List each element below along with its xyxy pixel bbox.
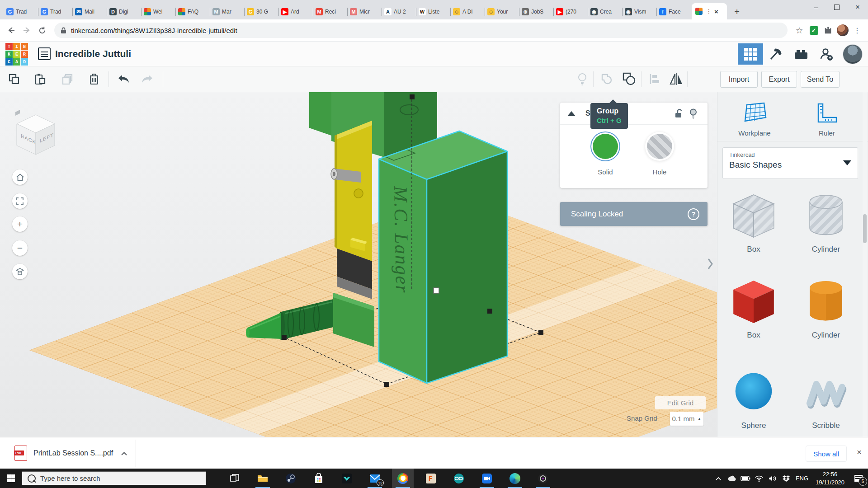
copy-button[interactable] xyxy=(5,70,23,88)
extensions-puzzle-icon[interactable] xyxy=(821,23,835,38)
url-omnibox[interactable]: tinkercad.com/things/8W1ZIl3p38J-incredi… xyxy=(54,23,788,38)
window-maximize-button[interactable] xyxy=(826,0,847,14)
tinkercad-logo[interactable]: TIN KER CAD xyxy=(5,43,28,66)
browser-tab[interactable]: MReci xyxy=(313,4,347,19)
language-indicator[interactable]: ENG xyxy=(793,475,811,482)
browser-tab[interactable]: ◉Vism xyxy=(622,4,656,19)
minecraft-export-button[interactable] xyxy=(763,43,788,65)
download-bar-close-icon[interactable]: × xyxy=(857,447,862,457)
show-all-button[interactable] xyxy=(573,70,591,88)
mirror-button[interactable] xyxy=(667,70,685,88)
downloaded-file-chip[interactable]: PrintLab Session S....pdf xyxy=(10,443,132,463)
browser-tab[interactable]: fFace xyxy=(656,4,691,19)
sidebar-scrollbar[interactable] xyxy=(863,92,867,437)
workplane-tool[interactable]: Workplane xyxy=(727,102,782,137)
ruler-tool[interactable]: Ruler xyxy=(800,102,854,137)
shape-hole-cylinder[interactable]: Cylinder xyxy=(794,191,858,254)
blocks-view-button[interactable] xyxy=(738,43,763,65)
arduino-icon[interactable] xyxy=(448,469,470,488)
forward-icon[interactable] xyxy=(19,23,34,38)
taskbar-search[interactable]: Type here to search xyxy=(22,471,206,485)
home-view-button[interactable] xyxy=(12,169,28,185)
browser-tab[interactable]: FAQ xyxy=(175,4,210,19)
back-icon[interactable] xyxy=(4,23,19,38)
start-button[interactable] xyxy=(0,469,22,488)
battery-icon[interactable] xyxy=(739,469,752,488)
snap-grid-dropdown[interactable]: 0.1 mm ▲ xyxy=(670,412,703,426)
browser-tab[interactable]: G30 G xyxy=(244,4,278,19)
redo-button[interactable] xyxy=(138,70,156,88)
tab-close-icon[interactable]: × xyxy=(714,8,718,15)
browser-tab[interactable]: ☺A DI xyxy=(450,4,485,19)
browser-tab[interactable]: ✉Mail xyxy=(72,4,107,19)
microsoft-store-icon[interactable] xyxy=(308,469,330,488)
shape-library-dropdown[interactable]: Tinkercad Basic Shapes xyxy=(722,147,858,179)
action-center-button[interactable]: 5 xyxy=(849,469,868,488)
taskbar-clock[interactable]: 22:56 19/11/2020 xyxy=(811,470,849,486)
model-main-box[interactable]: M.C. Langer xyxy=(379,131,507,383)
adblock-extension-icon[interactable]: ✓ xyxy=(807,23,821,38)
brick-export-button[interactable] xyxy=(788,43,814,65)
paste-button[interactable] xyxy=(31,70,49,88)
browser-tab[interactable]: MMicr xyxy=(347,4,382,19)
browser-tab[interactable]: ◉Crea xyxy=(588,4,622,19)
mail-app-icon[interactable]: 12 xyxy=(364,469,386,488)
shape-hole-box[interactable]: Box xyxy=(722,191,785,254)
export-button[interactable]: Export xyxy=(761,71,797,88)
duplicate-button[interactable] xyxy=(59,70,77,88)
visibility-toggle-button[interactable] xyxy=(686,106,700,121)
browser-tab[interactable]: ⊕JobS xyxy=(519,4,553,19)
browser-tab[interactable]: ▶(270 xyxy=(553,4,588,19)
reload-icon[interactable] xyxy=(34,23,50,38)
fusion360-icon[interactable]: F xyxy=(420,469,442,488)
wifi-icon[interactable] xyxy=(752,469,766,488)
chrome-icon[interactable] xyxy=(392,469,414,488)
shape-red-box[interactable]: Box xyxy=(722,277,785,340)
share-invite-button[interactable] xyxy=(814,43,839,65)
volume-icon[interactable] xyxy=(766,469,779,488)
model-yellow-plate[interactable] xyxy=(331,121,372,299)
onedrive-icon[interactable] xyxy=(725,469,739,488)
active-tab-tinkercad[interactable]: ⋮ × xyxy=(692,3,727,19)
steam-icon[interactable] xyxy=(280,469,302,488)
import-button[interactable]: Import xyxy=(720,71,758,88)
task-view-button[interactable] xyxy=(224,469,245,488)
window-close-button[interactable]: × xyxy=(847,0,868,14)
user-avatar[interactable] xyxy=(843,44,863,64)
help-icon[interactable]: ? xyxy=(688,208,699,220)
hole-material-button[interactable] xyxy=(647,134,672,159)
download-options-chevron[interactable] xyxy=(121,449,127,457)
shape-orange-cylinder[interactable]: Cylinder xyxy=(794,277,858,340)
collapse-panel-icon[interactable] xyxy=(567,111,576,116)
viewcube-home-icon[interactable] xyxy=(15,110,20,116)
browser-tab[interactable]: GTrad xyxy=(4,4,38,19)
undo-button[interactable] xyxy=(114,70,132,88)
corner-handle-white[interactable] xyxy=(434,288,439,293)
profile-avatar[interactable] xyxy=(835,23,850,38)
shape-sphere[interactable]: Sphere xyxy=(722,367,785,430)
geforce-app-icon[interactable] xyxy=(532,469,554,488)
height-handle[interactable] xyxy=(410,94,415,99)
design-menu-icon[interactable] xyxy=(38,47,51,60)
video-call-app-icon[interactable] xyxy=(476,469,498,488)
browser-tab[interactable]: ☺Your xyxy=(485,4,519,19)
new-tab-button[interactable]: + xyxy=(731,5,743,18)
align-button[interactable] xyxy=(646,70,664,88)
send-to-button[interactable]: Send To xyxy=(801,71,840,88)
browser-menu-kebab-icon[interactable]: ⋮ xyxy=(850,23,864,38)
panel-collapse-chevron[interactable] xyxy=(705,251,715,277)
zoom-in-button[interactable]: + xyxy=(12,216,28,232)
show-all-downloads-button[interactable]: Show all xyxy=(806,446,847,462)
browser-tab[interactable]: WListe xyxy=(416,4,450,19)
zoom-out-button[interactable]: − xyxy=(12,240,28,256)
browser-tab[interactable]: ▶Ard xyxy=(278,4,313,19)
edge-icon[interactable] xyxy=(504,469,526,488)
browser-tab[interactable]: DDigi xyxy=(107,4,141,19)
workplane-settings-button[interactable] xyxy=(12,264,28,279)
browser-tab[interactable]: Wel xyxy=(141,4,175,19)
group-button[interactable] xyxy=(598,70,616,88)
delete-button[interactable] xyxy=(85,70,103,88)
lock-toggle-button[interactable] xyxy=(671,106,686,121)
design-title[interactable]: Incredible Juttuli xyxy=(55,48,131,59)
bookmark-star-icon[interactable]: ☆ xyxy=(792,23,807,38)
